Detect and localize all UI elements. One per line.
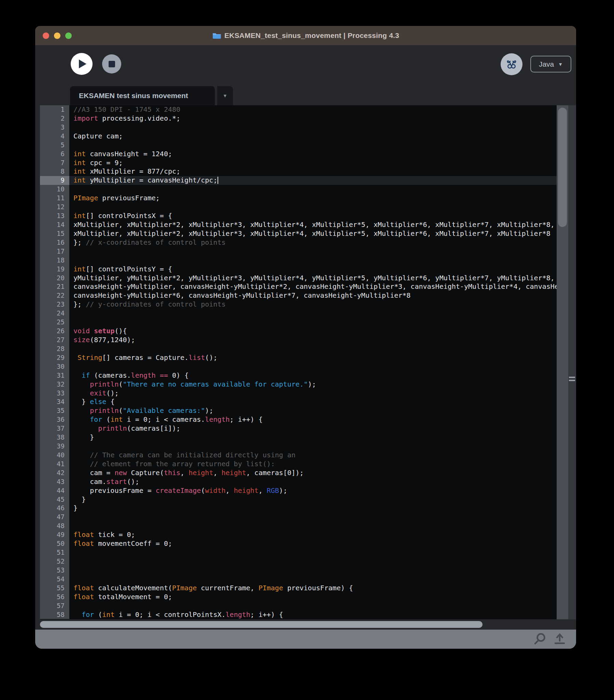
code-text: import processing.video.*; [69, 114, 557, 123]
code-line-11[interactable]: 11PImage previousFrame; [40, 194, 557, 203]
code-line-45[interactable]: 45 } [40, 495, 557, 504]
code-line-19[interactable]: 19int[] controlPointsY = { [40, 265, 557, 274]
export-upload-icon[interactable] [553, 632, 566, 646]
code-line-30[interactable]: 30 [40, 362, 557, 371]
code-line-1[interactable]: 1//A3 150 DPI - 1745 x 2480 [40, 105, 557, 114]
code-text: int xMultiplier = 877/cpc; [69, 167, 557, 176]
code-line-53[interactable]: 53 [40, 566, 557, 575]
code-text: } [69, 504, 557, 513]
code-line-57[interactable]: 57 [40, 602, 557, 611]
code-line-21[interactable]: 21canvasHeight-yMultiplier, canvasHeight… [40, 282, 557, 291]
maximize-window-button[interactable] [65, 33, 72, 39]
code-line-9[interactable]: 9int yMultiplier = canvasHeight/cpc; [40, 176, 557, 185]
line-number: 23 [40, 300, 69, 309]
code-line-17[interactable]: 17 [40, 247, 557, 256]
code-line-31[interactable]: 31 if (cameras.length == 0) { [40, 371, 557, 380]
tab-label: EKSAMEN test sinus movement [79, 91, 188, 100]
line-number: 22 [40, 291, 69, 300]
code-area[interactable]: 1//A3 150 DPI - 1745 x 24802import proce… [40, 105, 557, 619]
code-text [69, 575, 557, 584]
code-line-48[interactable]: 48 [40, 522, 557, 530]
run-button[interactable] [71, 53, 92, 75]
code-line-43[interactable]: 43 cam.start(); [40, 477, 557, 486]
code-line-51[interactable]: 51 [40, 548, 557, 557]
code-line-36[interactable]: 36 for (int i = 0; i < cameras.length; i… [40, 415, 557, 424]
code-line-39[interactable]: 39 [40, 442, 557, 451]
code-line-4[interactable]: 4Capture cam; [40, 132, 557, 141]
code-line-32[interactable]: 32 println("There are no cameras availab… [40, 380, 557, 389]
code-line-33[interactable]: 33 exit(); [40, 389, 557, 398]
vertical-scrollbar[interactable] [557, 105, 568, 619]
stop-button[interactable] [102, 54, 121, 74]
code-line-7[interactable]: 7int cpc = 9; [40, 159, 557, 167]
code-line-56[interactable]: 56float totalMovement = 0; [40, 593, 557, 602]
code-line-58[interactable]: 58 for (int i = 0; i < controlPointsX.le… [40, 611, 557, 619]
code-line-47[interactable]: 47 [40, 513, 557, 522]
line-number: 2 [40, 114, 69, 123]
code-line-44[interactable]: 44 previousFrame = createImage(width, he… [40, 486, 557, 495]
code-line-38[interactable]: 38 } [40, 433, 557, 442]
processing-ide-window: EKSAMEN_test_sinus_movement | Processing… [35, 26, 576, 649]
code-line-55[interactable]: 55float calculateMovement(PImage current… [40, 584, 557, 593]
code-line-28[interactable]: 28 [40, 345, 557, 353]
code-text: PImage previousFrame; [69, 194, 557, 203]
line-number: 34 [40, 398, 69, 407]
code-line-16[interactable]: 16}; // x-coordinates of control points [40, 238, 557, 247]
code-line-18[interactable]: 18 [40, 256, 557, 265]
minimize-window-button[interactable] [54, 33, 61, 39]
code-line-37[interactable]: 37 println(cameras[i]); [40, 424, 557, 433]
tab-sketch[interactable]: EKSAMEN test sinus movement [70, 86, 215, 105]
mode-selector-button[interactable]: Java ▼ [530, 56, 571, 73]
code-line-49[interactable]: 49float tick = 0; [40, 530, 557, 539]
code-line-8[interactable]: 8int xMultiplier = 877/cpc; [40, 167, 557, 176]
line-number: 29 [40, 353, 69, 362]
code-text [69, 203, 557, 212]
code-text: xMultiplier, xMultiplier*2, xMultiplier*… [69, 229, 557, 238]
code-text: int cpc = 9; [69, 159, 557, 167]
line-number: 17 [40, 247, 69, 256]
code-text [69, 566, 557, 575]
code-line-22[interactable]: 22canvasHeight-yMultiplier*6, canvasHeig… [40, 291, 557, 300]
tab-menu-button[interactable]: ▼ [217, 86, 233, 105]
code-line-29[interactable]: 29 String[] cameras = Capture.list(); [40, 353, 557, 362]
code-line-27[interactable]: 27size(877,1240); [40, 336, 557, 345]
code-line-26[interactable]: 26void setup(){ [40, 327, 557, 336]
editor-left-margin [35, 105, 40, 619]
code-line-41[interactable]: 41 // element from the array returned by… [40, 460, 557, 468]
code-line-6[interactable]: 6int canvasHeight = 1240; [40, 150, 557, 159]
code-line-23[interactable]: 23}; // y-coordinates of control points [40, 300, 557, 309]
code-text [69, 548, 557, 557]
code-line-54[interactable]: 54 [40, 575, 557, 584]
vertical-scrollbar-thumb[interactable] [558, 108, 567, 227]
code-line-2[interactable]: 2import processing.video.*; [40, 114, 557, 123]
code-line-3[interactable]: 3 [40, 123, 557, 132]
code-line-25[interactable]: 25 [40, 318, 557, 327]
close-window-button[interactable] [43, 33, 49, 39]
current-line-marker[interactable] [569, 380, 575, 381]
code-line-13[interactable]: 13int[] controlPointsX = { [40, 212, 557, 221]
horizontal-scrollbar-thumb[interactable] [40, 621, 483, 628]
code-line-52[interactable]: 52 [40, 557, 557, 566]
code-line-20[interactable]: 20yMultiplier, yMultiplier*2, yMultiplie… [40, 274, 557, 283]
line-number: 48 [40, 522, 69, 530]
debug-button[interactable] [501, 53, 523, 75]
code-line-15[interactable]: 15xMultiplier, xMultiplier*2, xMultiplie… [40, 229, 557, 238]
code-line-40[interactable]: 40 // The camera can be initialized dire… [40, 451, 557, 460]
code-line-42[interactable]: 42 cam = new Capture(this, height, heigh… [40, 468, 557, 477]
code-line-46[interactable]: 46} [40, 504, 557, 513]
error-marker-strip [568, 105, 576, 619]
code-line-24[interactable]: 24 [40, 309, 557, 318]
code-line-50[interactable]: 50float movementCoeff = 0; [40, 539, 557, 548]
current-line-marker[interactable] [569, 377, 575, 378]
horizontal-scrollbar[interactable] [35, 619, 576, 629]
code-line-10[interactable]: 10 [40, 185, 557, 194]
code-line-14[interactable]: 14xMultiplier, xMultiplier*2, xMultiplie… [40, 221, 557, 229]
line-number: 35 [40, 407, 69, 415]
code-line-34[interactable]: 34 } else { [40, 398, 557, 407]
search-icon[interactable] [533, 632, 547, 646]
code-line-5[interactable]: 5 [40, 141, 557, 150]
code-text: for (int i = 0; i < cameras.length; i++)… [69, 415, 557, 424]
line-number: 7 [40, 159, 69, 167]
code-line-12[interactable]: 12 [40, 203, 557, 212]
code-line-35[interactable]: 35 println("Available cameras:"); [40, 407, 557, 415]
